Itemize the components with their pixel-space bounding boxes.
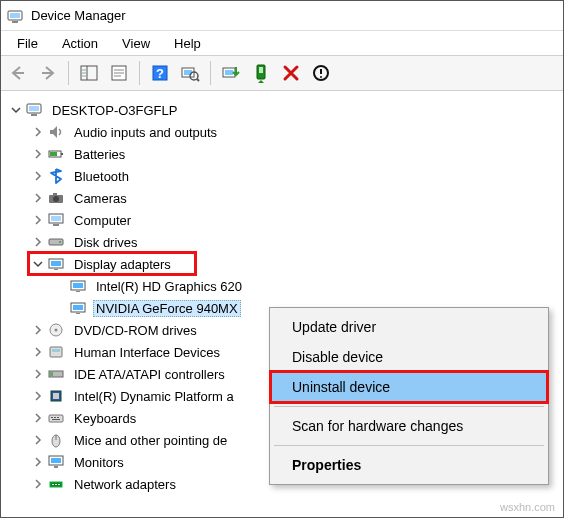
root-computer-node[interactable]: DESKTOP-O3FGFLP [1,99,563,121]
hid-icon [47,343,65,361]
chevron-right-icon[interactable] [31,345,45,359]
menu-scan-hardware[interactable]: Scan for hardware changes [272,411,546,441]
svg-rect-25 [29,106,39,111]
computer-icon [25,101,43,119]
category-computer[interactable]: Computer [23,209,563,231]
menu-view[interactable]: View [112,34,160,53]
category-disk-drives[interactable]: Disk drives [23,231,563,253]
svg-rect-32 [53,193,57,195]
menu-bar: File Action View Help [1,31,563,55]
menu-disable-device[interactable]: Disable device [272,342,546,372]
menu-update-driver[interactable]: Update driver [272,312,546,342]
node-label: Monitors [71,454,127,471]
chevron-right-icon[interactable] [31,169,45,183]
chevron-right-icon[interactable] [31,477,45,491]
menu-divider [274,406,544,407]
menu-uninstall-device[interactable]: Uninstall device [272,372,546,402]
disable-device-button[interactable] [307,59,335,87]
camera-icon [47,189,65,207]
svg-rect-28 [61,153,63,155]
svg-rect-55 [49,415,63,422]
category-batteries[interactable]: Batteries [23,143,563,165]
network-icon [47,475,65,493]
node-label: Disk drives [71,234,141,251]
node-label: Intel(R) HD Graphics 620 [93,278,245,295]
no-expander [53,279,67,293]
chevron-right-icon[interactable] [31,125,45,139]
svg-line-17 [197,79,199,81]
menu-file[interactable]: File [7,34,48,53]
svg-rect-52 [50,372,53,376]
update-driver-button[interactable] [217,59,245,87]
chevron-right-icon[interactable] [31,323,45,337]
help-button[interactable]: ? [146,59,174,87]
device-intel-hd-graphics-620[interactable]: Intel(R) HD Graphics 620 [45,275,563,297]
show-hide-tree-button[interactable] [75,59,103,87]
toolbar-divider [139,61,140,85]
svg-rect-43 [76,291,80,292]
category-display-adapters[interactable]: Display adapters [23,253,563,275]
chevron-down-icon[interactable] [9,103,23,117]
svg-rect-57 [54,417,56,418]
scan-hardware-button[interactable] [176,59,204,87]
svg-rect-59 [52,419,60,420]
svg-rect-56 [51,417,53,418]
computer-icon [47,211,65,229]
svg-rect-54 [53,393,59,399]
svg-rect-21 [259,67,263,73]
node-label: Computer [71,212,134,229]
svg-point-31 [53,196,59,202]
svg-rect-42 [73,283,83,288]
chevron-right-icon[interactable] [31,235,45,249]
chevron-right-icon[interactable] [31,191,45,205]
chevron-right-icon[interactable] [31,213,45,227]
display-adapter-icon [69,299,87,317]
toolbar-divider [68,61,69,85]
enable-device-button[interactable] [247,59,275,87]
speaker-icon [47,123,65,141]
chevron-right-icon[interactable] [31,455,45,469]
menu-properties[interactable]: Properties [272,450,546,480]
node-label: Batteries [71,146,128,163]
window-title: Device Manager [31,8,126,23]
display-adapter-icon [69,277,87,295]
svg-point-37 [59,241,61,243]
chevron-right-icon[interactable] [31,147,45,161]
category-cameras[interactable]: Cameras [23,187,563,209]
back-button[interactable] [4,59,32,87]
node-label: Keyboards [71,410,139,427]
node-label: Intel(R) Dynamic Platform a [71,388,237,405]
menu-action[interactable]: Action [52,34,108,53]
chevron-right-icon[interactable] [31,411,45,425]
svg-rect-40 [54,269,58,270]
node-label: Network adapters [71,476,179,493]
chevron-down-icon[interactable] [31,257,45,271]
node-label: IDE ATA/ATAPI controllers [71,366,228,383]
properties-button[interactable] [105,59,133,87]
node-label: Audio inputs and outputs [71,124,220,141]
controller-icon [47,365,65,383]
node-label: Human Interface Devices [71,344,223,361]
context-menu: Update driver Disable device Uninstall d… [269,307,549,485]
chevron-right-icon[interactable] [31,433,45,447]
menu-help[interactable]: Help [164,34,211,53]
category-audio[interactable]: Audio inputs and outputs [23,121,563,143]
chevron-right-icon[interactable] [31,389,45,403]
svg-rect-39 [51,261,61,266]
svg-rect-1 [10,13,20,18]
title-bar: Device Manager [1,1,563,31]
root-computer-name: DESKTOP-O3FGFLP [49,102,180,119]
uninstall-device-button[interactable] [277,59,305,87]
node-label: Bluetooth [71,168,132,185]
svg-rect-19 [225,70,233,75]
svg-rect-58 [57,417,59,418]
svg-rect-45 [73,305,83,310]
disc-icon [47,321,65,339]
svg-rect-26 [31,114,37,116]
forward-button[interactable] [34,59,62,87]
mouse-icon [47,431,65,449]
node-label: DVD/CD-ROM drives [71,322,200,339]
category-bluetooth[interactable]: Bluetooth [23,165,563,187]
chevron-right-icon[interactable] [31,367,45,381]
bluetooth-icon [47,167,65,185]
